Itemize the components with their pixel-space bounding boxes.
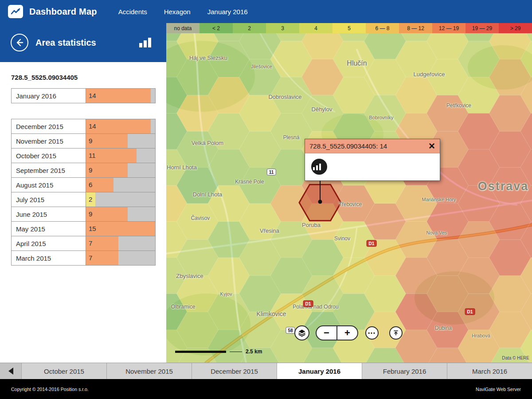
app-title: Dashboard Map: [29, 7, 97, 17]
timeline-tab-december-2015[interactable]: December 2015: [192, 363, 277, 379]
stat-bar-cell: 6: [86, 178, 156, 192]
timeline-prev-button[interactable]: [0, 363, 21, 379]
timeline-tab-february-2016[interactable]: February 2016: [362, 363, 447, 379]
timeline-tab-january-2016[interactable]: January 2016: [277, 363, 362, 379]
popup-chart-button[interactable]: [311, 159, 327, 175]
stat-value: 14: [86, 119, 96, 133]
stat-value: 9: [86, 163, 92, 177]
chevron-left-icon: [8, 368, 13, 375]
scale-bar: 2.5 km: [175, 348, 262, 355]
stat-month-label: April 2015: [12, 236, 86, 251]
stat-row: August 20156: [12, 178, 156, 192]
stat-row: April 20157: [12, 236, 156, 251]
stat-row: July 20152: [12, 192, 156, 207]
navbar-menu: AccidentsHexagonJanuary 2016: [118, 8, 248, 16]
timeline-bar: October 2015November 2015December 2015Ja…: [0, 363, 532, 379]
scale-bar-thin-line: [230, 352, 242, 352]
stat-value: 7: [86, 251, 92, 265]
legend-19-29: 19 — 29: [466, 23, 499, 33]
legend-no-data: no data: [166, 23, 200, 33]
stat-bar: [86, 222, 155, 236]
sidebar-body: 728.5_5525.09034405 January 201614 Decem…: [0, 62, 166, 277]
stat-month-label: September 2015: [12, 163, 86, 178]
stat-value: 11: [86, 149, 96, 163]
fit-extent-button[interactable]: [389, 326, 403, 340]
stat-row: October 201511: [12, 149, 156, 163]
stat-month-label: January 2016: [12, 89, 86, 103]
popup-close-button[interactable]: ✕: [428, 142, 435, 150]
sidebar-header: Area statistics: [0, 23, 166, 62]
legend-4: 4: [299, 23, 332, 33]
stat-value: 15: [86, 222, 96, 236]
navbar-item-hexagon[interactable]: Hexagon: [164, 8, 191, 16]
stat-bar-cell: 9: [86, 134, 156, 149]
stat-bar-cell: 14: [86, 89, 156, 103]
popup-body: [305, 153, 440, 180]
current-month-table: January 201614: [11, 88, 156, 103]
zoom-out-button[interactable]: −: [317, 326, 336, 340]
navbar-item-accidents[interactable]: Accidents: [118, 8, 147, 16]
legend-2: 2: [233, 23, 266, 33]
stat-month-label: March 2015: [12, 251, 86, 266]
stat-month-label: May 2015: [12, 222, 86, 236]
stat-bar-cell: 15: [86, 222, 156, 236]
hexagon-layer[interactable]: [166, 23, 532, 363]
stat-value: 9: [86, 134, 92, 148]
stat-value: 6: [86, 178, 92, 192]
back-button[interactable]: [11, 34, 28, 51]
footer-copyright: Copyright © 2014-2016 Position s.r.o.: [11, 387, 89, 392]
stat-row: June 20159: [12, 207, 156, 222]
stat-row: March 20157: [12, 251, 156, 266]
stat-month-label: December 2015: [12, 119, 86, 134]
stat-bar-cell: 9: [86, 207, 156, 222]
legend-5: 5: [332, 23, 366, 33]
stat-row: November 20159: [12, 134, 156, 149]
popup-anchor-dot: [318, 200, 322, 204]
stat-value: 2: [86, 192, 92, 207]
map-legend: no data< 223456 — 88 — 1212 — 1919 — 29>…: [166, 23, 532, 33]
legend-29: > 29: [499, 23, 532, 33]
stat-bar-cell: 7: [86, 236, 156, 251]
timeline-tab-october-2015[interactable]: October 2015: [21, 363, 106, 379]
layers-button[interactable]: [294, 325, 309, 340]
bar-chart-icon: [139, 38, 151, 47]
timeline-tabs: October 2015November 2015December 2015Ja…: [21, 363, 532, 379]
navbar-item-january-2016[interactable]: January 2016: [207, 8, 248, 16]
stat-row: May 201515: [12, 222, 156, 236]
back-arrow-icon: [15, 38, 24, 47]
footer-server-name: NaviGate Web Server: [476, 387, 521, 392]
legend-8-12: 8 — 12: [399, 23, 432, 33]
popup-header: 728.5_5525.09034405: 14 ✕: [305, 139, 440, 153]
stat-bar-cell: 14: [86, 119, 156, 134]
map-canvas[interactable]: [166, 23, 532, 363]
stat-bar-cell: 9: [86, 163, 156, 178]
main-area: Area statistics 728.5_5525.09034405 Janu…: [0, 23, 532, 363]
more-options-button[interactable]: •••: [365, 326, 379, 340]
sidebar-area-statistics: Area statistics 728.5_5525.09034405 Janu…: [0, 23, 166, 363]
timeline-tab-november-2015[interactable]: November 2015: [106, 363, 192, 379]
stat-month-label: November 2015: [12, 134, 86, 149]
stat-value: 7: [86, 236, 92, 250]
map-attribution: Data © HERE: [502, 356, 529, 360]
stat-bar-cell: 2: [86, 192, 156, 207]
scale-bar-line: [175, 351, 226, 353]
legend-2: < 2: [200, 23, 233, 33]
legend-6-8: 6 — 8: [366, 23, 399, 33]
popup-title: 728.5_5525.09034405: 14: [309, 142, 387, 150]
app-root: Dashboard Map AccidentsHexagonJanuary 20…: [0, 0, 532, 399]
stat-month-label: October 2015: [12, 149, 86, 163]
map-controls: − + •••: [294, 325, 403, 340]
history-table: December 201514November 20159October 201…: [11, 119, 156, 266]
footer: Copyright © 2014-2016 Position s.r.o. Na…: [0, 379, 532, 399]
timeline-tab-march-2016[interactable]: March 2016: [447, 363, 532, 379]
sidebar-title: Area statistics: [35, 38, 139, 48]
fit-extent-icon: [392, 329, 399, 336]
bar-chart-icon: [313, 164, 321, 170]
map-container[interactable]: no data< 223456 — 88 — 1212 — 1919 — 29>…: [166, 23, 532, 363]
map-popup: 728.5_5525.09034405: 14 ✕: [305, 139, 440, 181]
scale-label: 2.5 km: [246, 348, 262, 355]
stat-row: December 201514: [12, 119, 156, 134]
stat-month-label: August 2015: [12, 178, 86, 192]
zoom-in-button[interactable]: +: [337, 326, 357, 340]
stat-value: 9: [86, 207, 92, 221]
